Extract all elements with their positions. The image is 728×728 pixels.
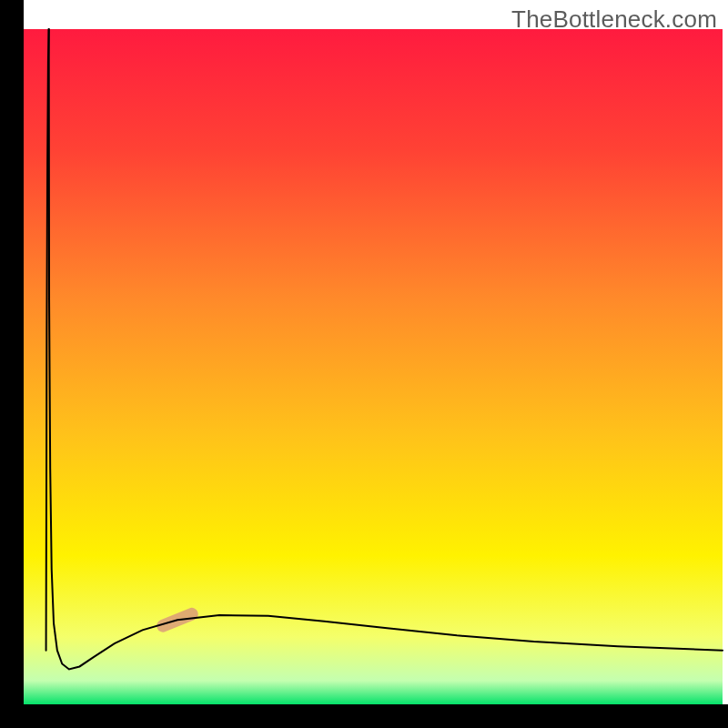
plot-background bbox=[24, 29, 723, 704]
chart-svg bbox=[0, 0, 728, 728]
axis-left bbox=[0, 0, 24, 728]
watermark-text: TheBottleneck.com bbox=[511, 5, 717, 34]
axis-bottom bbox=[0, 704, 728, 728]
chart-stage: TheBottleneck.com bbox=[0, 0, 728, 728]
